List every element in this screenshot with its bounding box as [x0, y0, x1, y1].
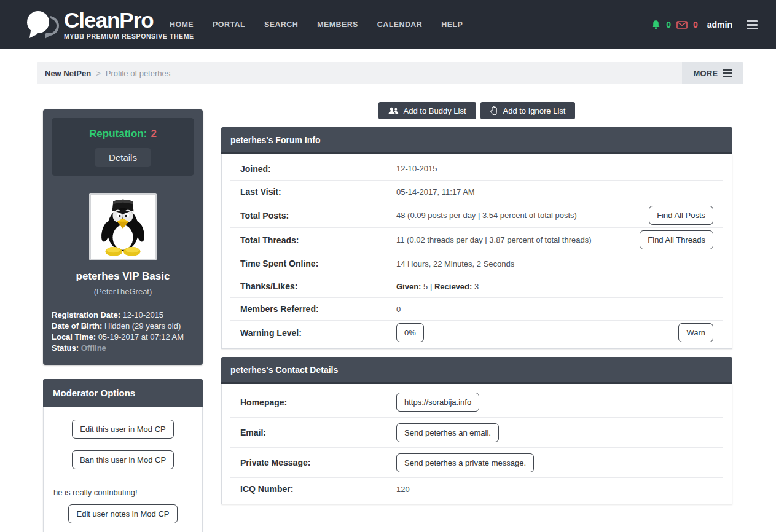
forum-info-panel: peterhes's Forum Info Joined: 12-10-2015…	[221, 127, 732, 349]
chat-bubbles-icon	[25, 6, 60, 43]
site-logo[interactable]: CleanPro MYBB PREMIUM RESPONSIVE THEME	[25, 6, 194, 43]
row-icq: ICQ Number: 120	[230, 477, 723, 500]
nav-search[interactable]: SEARCH	[264, 20, 298, 29]
row-thanks-likes: Thanks/Likes: Given: 5 | Recieved: 3	[230, 275, 723, 297]
row-total-threads: Total Threads: 11 (0.02 threads per day …	[230, 227, 723, 252]
send-email-button[interactable]: Send peterhes an email.	[396, 423, 499, 442]
forum-info-title: peterhes's Forum Info	[221, 127, 732, 154]
topbar-user-area: 0 0 admin	[633, 0, 776, 49]
edit-user-modcp-button[interactable]: Edit this user in Mod CP	[72, 420, 173, 439]
breadcrumb: New NetPen > Profile of peterhes	[37, 62, 682, 84]
local-time-line: Local Time: 05-19-2017 at 07:12 AM	[52, 332, 194, 343]
nav-members[interactable]: MEMBERS	[317, 20, 358, 29]
row-total-posts: Total Posts: 48 (0.09 posts per day | 3.…	[230, 203, 723, 227]
find-all-posts-button[interactable]: Find All Posts	[649, 206, 713, 225]
more-label: MORE	[693, 69, 718, 78]
profile-sidebar: Reputation:2 Details	[43, 109, 203, 532]
moderator-note: he is really contributing!	[53, 488, 194, 497]
add-buddy-button[interactable]: Add to Buddy List	[378, 102, 476, 119]
row-time-online: Time Spent Online: 14 Hours, 22 Minutes,…	[230, 252, 723, 275]
contact-details-title: peterhes's Contact Details	[221, 357, 732, 384]
breadcrumb-root-link[interactable]: New NetPen	[45, 69, 91, 78]
edit-user-notes-button[interactable]: Edit user notes in Mod CP	[68, 504, 177, 523]
more-button[interactable]: MORE	[682, 62, 743, 84]
send-pm-button[interactable]: Send peterhes a private message.	[396, 453, 534, 472]
registration-date-line: Registration Date: 12-10-2015	[52, 310, 194, 321]
main-nav: HOME PORTAL SEARCH MEMBERS CALENDAR HELP	[170, 0, 463, 49]
row-warning-level: Warning Level: 0% Warn	[230, 320, 723, 345]
find-all-threads-button[interactable]: Find All Threads	[640, 230, 713, 249]
topbar-username[interactable]: admin	[707, 20, 732, 29]
ban-user-modcp-button[interactable]: Ban this user in Mod CP	[72, 450, 174, 469]
warning-level-button[interactable]: 0%	[396, 323, 424, 342]
status-badge: Offline	[79, 343, 106, 353]
envelope-icon[interactable]	[676, 21, 688, 29]
row-joined: Joined: 12-10-2015	[230, 157, 723, 180]
tux-penguin-avatar	[95, 197, 151, 257]
breadcrumb-separator: >	[96, 69, 101, 78]
messages-count[interactable]: 0	[693, 20, 698, 29]
profile-alt-username: (PeterTheGreat)	[52, 287, 194, 296]
reputation-value[interactable]: 2	[151, 128, 156, 139]
profile-actions: Add to Buddy List Add to Ignore List	[221, 102, 732, 119]
breadcrumb-current: Profile of peterhes	[106, 69, 171, 78]
row-members-referred: Members Referred: 0	[230, 297, 723, 320]
row-email: Email: Send peterhes an email.	[230, 417, 723, 447]
reputation-label: Reputation:	[89, 128, 147, 139]
contact-details-panel: peterhes's Contact Details Homepage: htt…	[221, 357, 732, 504]
add-ignore-button[interactable]: Add to Ignore List	[480, 102, 576, 119]
more-hamburger-icon	[723, 69, 732, 77]
users-icon	[388, 107, 399, 115]
nav-help[interactable]: HELP	[441, 20, 463, 29]
row-homepage: Homepage: https://sorabija.info	[230, 387, 723, 417]
homepage-link-button[interactable]: https://sorabija.info	[396, 393, 479, 412]
topbar: CleanPro MYBB PREMIUM RESPONSIVE THEME H…	[0, 0, 776, 49]
profile-main: Add to Buddy List Add to Ignore List pet…	[221, 102, 732, 504]
alerts-count[interactable]: 0	[666, 20, 671, 29]
nav-calendar[interactable]: CALENDAR	[377, 20, 422, 29]
avatar[interactable]	[89, 193, 157, 260]
breadcrumb-row: New NetPen > Profile of peterhes MORE	[37, 62, 743, 84]
bell-icon[interactable]	[651, 20, 660, 29]
hamburger-icon[interactable]	[747, 20, 758, 29]
reputation-box: Reputation:2 Details	[52, 118, 194, 176]
status-line: Status: Offline	[52, 343, 194, 354]
user-fields: Registration Date: 12-10-2015 Date of Bi…	[52, 310, 194, 354]
profile-card: Reputation:2 Details	[43, 109, 203, 365]
row-last-visit: Last Visit: 05-14-2017, 11:17 AM	[230, 180, 723, 203]
reputation-details-button[interactable]: Details	[95, 148, 151, 167]
warn-button[interactable]: Warn	[678, 323, 713, 342]
profile-username: peterhes VIP Basic	[52, 270, 194, 283]
date-of-birth-line: Date of Birth: Hidden (29 years old)	[52, 321, 194, 332]
nav-portal[interactable]: PORTAL	[213, 20, 245, 29]
moderator-options-title: Moderator Options	[43, 379, 203, 407]
moderator-options-panel: Moderator Options Edit this user in Mod …	[43, 379, 203, 532]
nav-home[interactable]: HOME	[170, 20, 194, 29]
row-private-message: Private Message: Send peterhes a private…	[230, 447, 723, 477]
hand-icon	[490, 106, 498, 115]
